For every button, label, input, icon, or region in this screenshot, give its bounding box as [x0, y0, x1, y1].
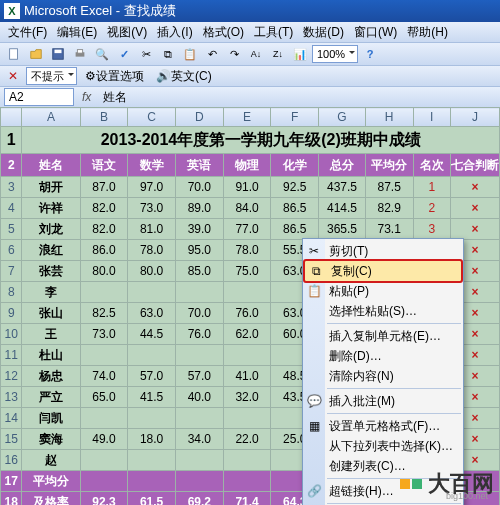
data-cell: 22.0	[223, 429, 271, 450]
data-cell: 92.5	[271, 177, 319, 198]
copy-icon: ⧉	[308, 263, 324, 279]
spell-icon[interactable]: ✓	[114, 44, 134, 64]
data-cell: 40.0	[175, 387, 223, 408]
open-icon[interactable]	[26, 44, 46, 64]
menu-item-label: 剪切(T)	[329, 243, 368, 260]
data-cell: 75.0	[223, 261, 271, 282]
menu-item[interactable]: 从下拉列表中选择(K)…	[303, 436, 463, 456]
macro-settings-button[interactable]: ⚙设置选项	[81, 67, 148, 85]
data-cell	[128, 450, 176, 471]
menu-item-label: 删除(D)…	[329, 348, 382, 365]
name-cell: 刘龙	[22, 219, 80, 240]
name-cell: 杨忠	[22, 366, 80, 387]
table-row[interactable]: 4许祥82.073.089.084.086.5414.582.92×	[1, 198, 500, 219]
name-cell: 浪红	[22, 240, 80, 261]
svg-rect-2	[55, 50, 62, 54]
data-cell: 41.0	[223, 366, 271, 387]
header-row[interactable]: 2 姓名语文数学英语物理化学总分平均分名次七合判断	[1, 154, 500, 177]
data-cell: 73.0	[80, 324, 128, 345]
paste-icon[interactable]: 📋	[180, 44, 200, 64]
data-cell: 76.0	[175, 324, 223, 345]
data-cell	[175, 408, 223, 429]
save-icon[interactable]	[48, 44, 68, 64]
data-cell: 82.0	[80, 198, 128, 219]
fx-icon[interactable]: fx	[82, 90, 91, 104]
data-cell: 57.0	[175, 366, 223, 387]
preview-icon[interactable]: 🔍	[92, 44, 112, 64]
data-cell: 39.0	[175, 219, 223, 240]
name-cell: 窦海	[22, 429, 80, 450]
menu-item[interactable]: 📋粘贴(P)	[303, 281, 463, 301]
menu-item-label: 插入复制单元格(E)…	[329, 328, 441, 345]
data-cell: 32.0	[223, 387, 271, 408]
menu-insert[interactable]: 插入(I)	[153, 24, 196, 41]
print-icon[interactable]	[70, 44, 90, 64]
name-cell: 闫凯	[22, 408, 80, 429]
data-cell	[80, 408, 128, 429]
data-cell: 70.0	[175, 303, 223, 324]
watermark: 大百网 big100.net	[400, 469, 494, 499]
name-box[interactable]: A2	[4, 88, 74, 106]
name-cell: 胡开	[22, 177, 80, 198]
menu-edit[interactable]: 编辑(E)	[53, 24, 101, 41]
menu-format[interactable]: 格式(O)	[199, 24, 248, 41]
data-cell: 76.0	[223, 303, 271, 324]
svg-rect-4	[77, 50, 82, 54]
data-cell: 81.0	[128, 219, 176, 240]
menu-item[interactable]: 💬插入批注(M)	[303, 391, 463, 411]
macro-bar: ✕ 不提示 ⚙设置选项 🔊英文(C)	[0, 65, 500, 86]
macro-close-icon[interactable]: ✕	[4, 67, 22, 85]
formula-bar: A2 fx 姓名	[0, 86, 500, 107]
macro-lang-button[interactable]: 🔊英文(C)	[152, 67, 216, 85]
toolbar: 🔍 ✓ ✂ ⧉ 📋 ↶ ↷ A↓ Z↓ 📊 100% ?	[0, 42, 500, 65]
cut-icon[interactable]: ✂	[136, 44, 156, 64]
sort-desc-icon[interactable]: Z↓	[268, 44, 288, 64]
menu-item-label: 设置单元格格式(F)…	[329, 418, 440, 435]
help-icon[interactable]: ?	[360, 44, 380, 64]
menu-tools[interactable]: 工具(T)	[250, 24, 297, 41]
menu-item[interactable]: ▦设置单元格格式(F)…	[303, 416, 463, 436]
menu-item[interactable]: ⧉复制(C)	[304, 260, 462, 282]
table-row[interactable]: 5刘龙82.081.039.077.086.5365.573.13×	[1, 219, 500, 240]
menu-item-label: 插入批注(M)	[329, 393, 395, 410]
data-cell: 62.0	[223, 324, 271, 345]
menu-data[interactable]: 数据(D)	[299, 24, 348, 41]
menu-view[interactable]: 视图(V)	[103, 24, 151, 41]
menu-help[interactable]: 帮助(H)	[403, 24, 452, 41]
data-cell: 73.1	[365, 219, 413, 240]
data-cell: 82.5	[80, 303, 128, 324]
copy-icon[interactable]: ⧉	[158, 44, 178, 64]
redo-icon[interactable]: ↷	[224, 44, 244, 64]
menu-separator	[327, 323, 461, 324]
data-cell: 63.0	[128, 303, 176, 324]
name-cell: 王	[22, 324, 80, 345]
data-cell	[80, 450, 128, 471]
menu-item[interactable]: ✂剪切(T)	[303, 241, 463, 261]
menu-item[interactable]: 删除(D)…	[303, 346, 463, 366]
title-row[interactable]: 12013-2014年度第一学期九年级(2)班期中成绩	[1, 127, 500, 154]
data-cell: 86.0	[80, 240, 128, 261]
column-headers[interactable]: ABCDEFGHIJ	[1, 108, 500, 127]
judge-cell: ×	[450, 198, 499, 219]
menu-file[interactable]: 文件(F)	[4, 24, 51, 41]
new-icon[interactable]	[4, 44, 24, 64]
paste-icon: 📋	[306, 283, 322, 299]
macro-prompt-combo[interactable]: 不提示	[26, 67, 77, 85]
sort-asc-icon[interactable]: A↓	[246, 44, 266, 64]
formula-input[interactable]: 姓名	[99, 89, 500, 106]
watermark-url: big100.net	[446, 491, 488, 501]
rank-cell: 2	[413, 198, 450, 219]
chart-icon[interactable]: 📊	[290, 44, 310, 64]
table-row[interactable]: 3胡开87.097.070.091.092.5437.587.51×	[1, 177, 500, 198]
data-cell: 18.0	[128, 429, 176, 450]
menu-item[interactable]: 选择性粘贴(S)…	[303, 301, 463, 321]
data-cell: 365.5	[319, 219, 366, 240]
undo-icon[interactable]: ↶	[202, 44, 222, 64]
menu-item[interactable]: 插入复制单元格(E)…	[303, 326, 463, 346]
menu-window[interactable]: 窗口(W)	[350, 24, 401, 41]
menu-item-label: 清除内容(N)	[329, 368, 394, 385]
menu-item[interactable]: 清除内容(N)	[303, 366, 463, 386]
zoom-combo[interactable]: 100%	[312, 45, 358, 63]
name-cell: 张芸	[22, 261, 80, 282]
data-cell	[175, 450, 223, 471]
